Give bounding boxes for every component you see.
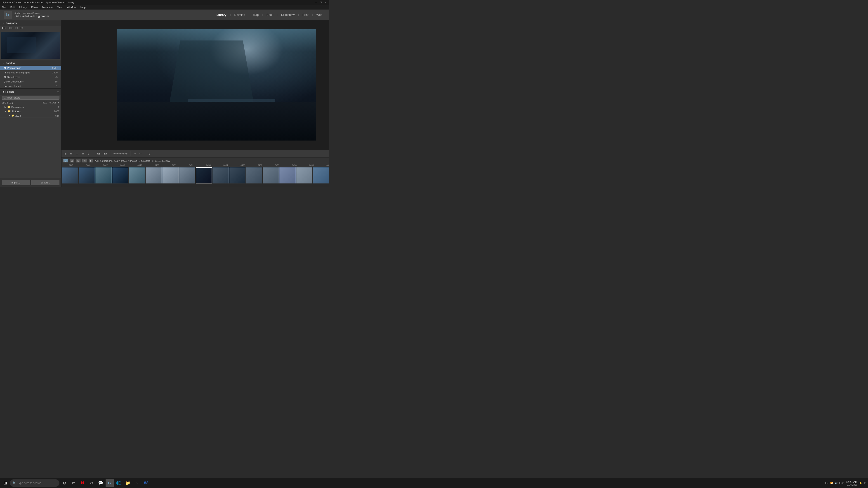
minimize-button[interactable]: —	[314, 1, 317, 4]
catalog-item-quick-collection-+[interactable]: Quick Collection +55	[0, 79, 61, 84]
prev-button[interactable]: ◀◀	[95, 152, 101, 156]
film-thumb-4[interactable]	[129, 167, 145, 184]
zoom-fill[interactable]: FILL	[8, 27, 13, 29]
nav-tab-map[interactable]: Map	[250, 12, 262, 18]
nav-tab-slideshow[interactable]: Slideshow	[278, 12, 298, 18]
filmstrip-wrapper: ··· 6445 ······ 6446 ······ 6447 ······ …	[61, 164, 329, 187]
film-thumb-13[interactable]	[279, 167, 296, 184]
film-number-6453: ··· 6453 ···	[200, 164, 217, 166]
title-bar: Lightroom Catalog - Adobe Photoshop Ligh…	[0, 0, 329, 5]
nav-back-button[interactable]: ◀	[82, 159, 87, 162]
view-mode-single[interactable]: ⊟	[63, 159, 68, 162]
grid-view-button[interactable]: ⊞	[63, 152, 68, 156]
film-number-6448: ··· 6448 ···	[114, 164, 131, 166]
catalog-item-previous-import[interactable]: Previous Import1	[0, 84, 61, 88]
star-rating[interactable]: ★★★★★	[113, 152, 128, 156]
zoom-3-1[interactable]: 3:1	[20, 27, 23, 29]
navigator-preview	[1, 32, 60, 59]
film-thumb-7[interactable]	[179, 167, 195, 184]
nav-tab-library[interactable]: Library	[213, 12, 230, 18]
film-number-6452: ··· 6452 ···	[183, 164, 200, 166]
film-number-6449: ··· 6449 ···	[131, 164, 148, 166]
film-thumb-0[interactable]	[62, 167, 78, 184]
navigator-section: ▼ Navigator FIT FILL 1:1 3:1	[0, 20, 61, 60]
navigator-image	[1, 32, 60, 59]
header: Lr Adobe Lightroom Classic Get started w…	[0, 9, 329, 20]
nav-tab-print[interactable]: Print	[299, 12, 312, 18]
folders-add-button[interactable]: +	[57, 90, 59, 94]
app-title: Get started with Lightroom	[14, 14, 49, 18]
next-button[interactable]: ▶▶	[103, 152, 108, 156]
catalog-label: Catalog	[6, 62, 15, 64]
rotate-right-button[interactable]: ↪	[138, 152, 143, 156]
nav-tab-book[interactable]: Book	[264, 12, 276, 18]
film-thumb-5[interactable]	[146, 167, 162, 184]
film-thumbs	[61, 167, 329, 187]
folder-2018[interactable]: ▼ 📁 2018 536	[0, 113, 61, 118]
menu-item-metadata[interactable]: Metadata	[41, 6, 54, 8]
navigator-triangle: ▼	[2, 22, 4, 24]
loupe-view-button[interactable]: ▭	[69, 152, 73, 156]
zoom-fit[interactable]: FIT	[2, 27, 6, 29]
slideshow-button[interactable]: ⊙	[147, 152, 152, 156]
folder-pictures[interactable]: ▼ 📁 Pictures 1857	[0, 109, 61, 113]
menu-item-file[interactable]: File	[1, 6, 7, 8]
rotate-left-button[interactable]: ↩	[133, 152, 137, 156]
film-thumb-2[interactable]	[95, 167, 112, 184]
menu-item-help[interactable]: Help	[80, 6, 87, 8]
film-thumb-6[interactable]	[162, 167, 179, 184]
catalog-item-all-synced-photographs[interactable]: All Synced Photographs1300	[0, 70, 61, 75]
film-thumb-10[interactable]	[229, 167, 246, 184]
nav-tab-web[interactable]: Web	[313, 12, 326, 18]
main-image	[117, 29, 316, 140]
catalog-item-all-photographs[interactable]: All Photographs6517	[0, 66, 61, 70]
catalog-item-all-sync-errors[interactable]: All Sync Errors25	[0, 75, 61, 79]
close-button[interactable]: ✕	[324, 1, 327, 4]
navigator-header[interactable]: ▼ Navigator	[0, 20, 61, 26]
film-number-6451: ··· 6451 ···	[165, 164, 183, 166]
export-button[interactable]: Export...	[31, 180, 60, 185]
toolbar-separator4	[145, 151, 145, 156]
left-panel-buttons: Import... Export...	[0, 178, 61, 187]
film-thumb-12[interactable]	[263, 167, 279, 184]
left-panel: ▼ Navigator FIT FILL 1:1 3:1 ▼ Catalog	[0, 20, 61, 187]
menu-item-window[interactable]: Window	[66, 6, 77, 8]
filter-folders-button[interactable]: ⦿ Filter Folders	[2, 96, 59, 100]
folders-section: ▼ Folders + ⦿ Filter Folders ⊟ OS (C:) 6…	[0, 89, 61, 118]
nav-forward-button[interactable]: ▶	[89, 159, 93, 162]
folders-header[interactable]: ▼ Folders +	[0, 89, 61, 95]
drive-item[interactable]: ⊟ OS (C:) 69.0 / 461 GB ▼	[0, 101, 61, 105]
film-thumb-1[interactable]	[79, 167, 95, 184]
film-thumb-14[interactable]	[296, 167, 312, 184]
menu-item-view[interactable]: View	[56, 6, 64, 8]
compare-view-button[interactable]: ✕	[75, 152, 79, 156]
people-view-button[interactable]: ⊙	[86, 152, 91, 156]
zoom-1-1[interactable]: 1:1	[15, 27, 18, 29]
folder-icon-glyph2: 📁	[8, 110, 11, 113]
toolbar: ⊞ ▭ ✕ ▭ ⊙ ◀◀ ▶▶ ★★★★★ ↩ ↪ ⊙	[61, 150, 329, 158]
menu-item-photo[interactable]: Photo	[30, 6, 39, 8]
folder-expand-icon3: ▼	[8, 114, 10, 117]
nav-tabs: Library|Develop|Map|Book|Slideshow|Print…	[213, 12, 326, 18]
filmstrip-file: /P1016186.RW2	[152, 160, 170, 162]
drive-name: ⊟ OS (C:)	[2, 101, 13, 104]
menu-item-library[interactable]: Library	[18, 6, 28, 8]
film-thumb-8[interactable]	[196, 167, 212, 184]
view-mode-multi[interactable]: ⊞	[76, 159, 81, 162]
nav-separator: |	[312, 13, 313, 16]
film-thumb-9[interactable]	[213, 167, 229, 184]
nav-separator: |	[262, 13, 263, 16]
import-button[interactable]: Import...	[2, 180, 30, 185]
filter-folders-label: Filter Folders	[7, 96, 20, 99]
view-mode-grid[interactable]: ⊞	[70, 159, 74, 162]
film-thumb-15[interactable]	[313, 167, 329, 184]
folder-downloads[interactable]: ▶ 📁 Downloads 2	[0, 105, 61, 109]
menu-item-edit[interactable]: Edit	[9, 6, 16, 8]
catalog-header[interactable]: ▼ Catalog	[0, 60, 61, 66]
film-thumb-3[interactable]	[112, 167, 128, 184]
film-thumb-11[interactable]	[246, 167, 262, 184]
content: ▼ Navigator FIT FILL 1:1 3:1 ▼ Catalog	[0, 20, 329, 187]
restore-button[interactable]: ❐	[319, 1, 322, 4]
nav-tab-develop[interactable]: Develop	[231, 12, 248, 18]
survey-view-button[interactable]: ▭	[81, 152, 85, 156]
